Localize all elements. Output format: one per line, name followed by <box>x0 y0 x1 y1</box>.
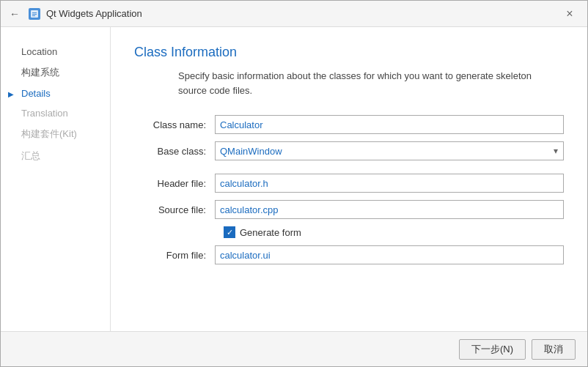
class-name-input[interactable] <box>215 115 564 134</box>
generate-form-row: ✓ Generate form <box>224 226 564 238</box>
sidebar-item-kit: 构建套件(Kit) <box>1 123 110 145</box>
header-file-input[interactable] <box>215 174 564 193</box>
generate-form-label: Generate form <box>240 227 301 238</box>
main-panel: Class Information Specify basic informat… <box>111 27 587 331</box>
form-file-row: Form file: <box>134 245 564 264</box>
next-button[interactable]: 下一步(N) <box>459 339 526 360</box>
main-window: ← Qt Widgets Application × Location 构建系统… <box>0 0 588 367</box>
svg-rect-3 <box>32 15 35 16</box>
sidebar-item-location[interactable]: Location <box>1 42 110 62</box>
form-file-label: Form file: <box>134 250 215 261</box>
header-file-row: Header file: <box>134 174 564 193</box>
source-file-input[interactable] <box>215 200 564 219</box>
base-class-select[interactable]: QMainWindow QWidget QDialog <box>215 141 564 160</box>
back-arrow[interactable]: ← <box>10 8 20 20</box>
window-title: Qt Widgets Application <box>46 8 142 19</box>
sidebar-item-build-system[interactable]: 构建系统 <box>1 62 110 84</box>
generate-form-checkbox-wrapper[interactable]: ✓ Generate form <box>224 226 301 238</box>
source-file-label: Source file: <box>134 204 215 215</box>
section-description: Specify basic information about the clas… <box>178 69 559 97</box>
footer: 下一步(N) 取消 <box>1 331 587 366</box>
sidebar: Location 构建系统 Details Translation 构建套件(K… <box>1 27 111 331</box>
close-button[interactable]: × <box>561 5 578 23</box>
class-name-label: Class name: <box>134 119 215 130</box>
sidebar-item-summary: 汇总 <box>1 145 110 167</box>
content-area: Location 构建系统 Details Translation 构建套件(K… <box>1 27 587 331</box>
form-file-input[interactable] <box>215 245 564 264</box>
base-class-row: Base class: QMainWindow QWidget QDialog … <box>134 141 564 160</box>
app-icon <box>29 8 40 20</box>
svg-rect-1 <box>32 12 37 13</box>
title-bar-left: ← Qt Widgets Application <box>10 8 142 20</box>
spacer-1 <box>134 168 564 174</box>
svg-rect-2 <box>32 14 37 15</box>
sidebar-item-translation: Translation <box>1 103 110 123</box>
sidebar-item-details[interactable]: Details <box>1 84 110 103</box>
class-name-row: Class name: <box>134 115 564 134</box>
cancel-button[interactable]: 取消 <box>532 339 576 360</box>
header-file-label: Header file: <box>134 178 215 189</box>
title-bar: ← Qt Widgets Application × <box>1 1 587 27</box>
checkmark-icon: ✓ <box>227 229 233 237</box>
source-file-row: Source file: <box>134 200 564 219</box>
base-class-label: Base class: <box>134 146 215 157</box>
section-title: Class Information <box>134 45 564 60</box>
generate-form-checkbox[interactable]: ✓ <box>224 226 235 238</box>
base-class-select-wrapper: QMainWindow QWidget QDialog ▾ <box>215 141 564 160</box>
